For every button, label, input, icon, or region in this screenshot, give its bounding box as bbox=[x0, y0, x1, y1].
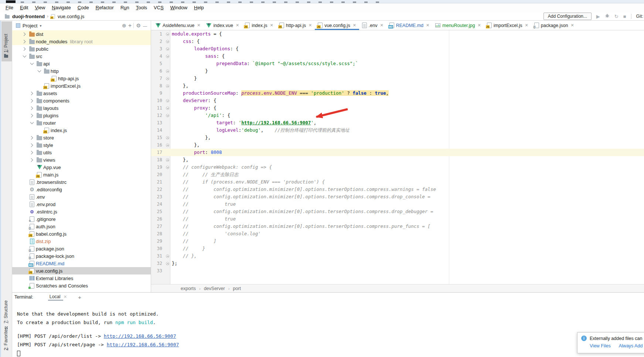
tree-item-src[interactable]: src bbox=[12, 53, 151, 60]
code-line-24[interactable]: 24 // true bbox=[151, 201, 644, 208]
run-icon[interactable]: ▶ bbox=[596, 14, 600, 19]
code-line-9[interactable]: 9 productionSourceMap: process.env.NODE_… bbox=[151, 90, 644, 97]
close-icon[interactable]: ✕ bbox=[426, 23, 429, 28]
add-configuration-button[interactable]: Add Configuration... bbox=[544, 13, 592, 20]
notification-action-view-files[interactable]: View Files bbox=[590, 343, 611, 348]
editor-tab-.env[interactable]: .env✕ bbox=[359, 21, 386, 30]
tree-chevron-icon[interactable] bbox=[28, 107, 35, 110]
fold-marker[interactable] bbox=[164, 33, 171, 36]
chevron-down-icon[interactable]: ▾ bbox=[40, 24, 41, 28]
menu-item-vcs[interactable]: VCS bbox=[150, 3, 167, 12]
menu-item-navigate[interactable]: Navigate bbox=[48, 3, 74, 12]
tree-chevron-icon[interactable] bbox=[28, 144, 35, 146]
notification-action-always-add[interactable]: Always Add bbox=[619, 343, 643, 348]
tree-item-.env.prod[interactable]: .env.prod bbox=[12, 201, 151, 208]
code-line-17[interactable]: 17 port: 8008 bbox=[151, 149, 644, 156]
fold-marker[interactable] bbox=[164, 107, 171, 110]
fold-marker[interactable] bbox=[164, 136, 171, 139]
tree-item-http-api.js[interactable]: JShttp-api.js bbox=[12, 75, 151, 82]
menu-item-file[interactable]: File bbox=[2, 3, 17, 12]
code-line-8[interactable]: 8 }, bbox=[151, 82, 644, 90]
stripe-tab-structure[interactable]: 7: Structure bbox=[3, 300, 8, 323]
editor-area[interactable]: AsideMenu.vue✕index.vue✕JSindex.js✕JShtt… bbox=[151, 21, 644, 292]
close-icon[interactable]: ✕ bbox=[353, 23, 356, 28]
stop-icon[interactable]: ■ bbox=[623, 14, 626, 19]
tree-item-views[interactable]: views bbox=[12, 156, 151, 164]
tree-item-main.js[interactable]: JSmain.js bbox=[12, 171, 151, 178]
terminal-tab-local[interactable]: Local ✕ bbox=[48, 294, 69, 300]
code-line-14[interactable]: 14 logLevel:'debug', //控制台终端打印代理前的真实地址 bbox=[151, 127, 644, 134]
code-line-2[interactable]: 2 css: { bbox=[151, 38, 644, 45]
tree-item-babel.config.js[interactable]: JSbabel.config.js bbox=[12, 230, 151, 238]
fold-marker[interactable] bbox=[164, 255, 171, 258]
close-icon[interactable]: ✕ bbox=[64, 294, 67, 299]
tree-item-assets[interactable]: assets bbox=[12, 90, 151, 97]
fold-marker[interactable] bbox=[164, 166, 171, 169]
editor-breadcrumb-exports[interactable]: exports bbox=[181, 286, 196, 291]
editor-tab-package.json[interactable]: {}package.json✕ bbox=[531, 21, 577, 30]
code-line-15[interactable]: 15 }, bbox=[151, 134, 644, 141]
code-line-7[interactable]: 7 } bbox=[151, 75, 644, 82]
code-line-18[interactable]: 18 }, bbox=[151, 156, 644, 164]
tree-chevron-icon[interactable] bbox=[21, 56, 28, 57]
close-icon[interactable]: ✕ bbox=[309, 23, 312, 28]
tree-item-store[interactable]: store bbox=[12, 134, 151, 141]
terminal-url-link[interactable]: http://192.168.66.56:9007 bbox=[107, 342, 179, 347]
close-icon[interactable]: ✕ bbox=[236, 23, 239, 28]
code-line-29[interactable]: 29 // ] bbox=[151, 238, 644, 245]
tree-item-components[interactable]: components bbox=[12, 97, 151, 104]
editor-tab-importexcel.js[interactable]: JSimportExcel.js✕ bbox=[484, 21, 531, 30]
code-line-22[interactable]: 22 // config.optimization.minimizer[0].o… bbox=[151, 186, 644, 193]
code-line-31[interactable]: 31 // }, bbox=[151, 252, 644, 260]
menu-item-edit[interactable]: Edit bbox=[17, 3, 31, 12]
fold-marker[interactable] bbox=[164, 99, 171, 102]
tree-item-utils[interactable]: utils bbox=[12, 149, 151, 156]
tree-item-public[interactable]: public bbox=[12, 45, 151, 53]
code-line-25[interactable]: 25 // config.optimization.minimizer[0].o… bbox=[151, 208, 644, 215]
editor-tab-menurouter.jpg[interactable]: menuRouter.jpg✕ bbox=[432, 21, 484, 30]
stripe-tab-project[interactable]: 1: Project bbox=[3, 34, 8, 53]
tree-item-importexcel.js[interactable]: JSimportExcel.js bbox=[12, 82, 151, 90]
tree-item-node-modules[interactable]: node_moduleslibrary root bbox=[12, 38, 151, 45]
fold-marker[interactable] bbox=[164, 55, 171, 58]
project-panel-title[interactable]: Project bbox=[23, 23, 37, 28]
tree-item-plugins[interactable]: plugins bbox=[12, 112, 151, 119]
tree-item-dist.zip[interactable]: dist.zip bbox=[12, 238, 151, 245]
tree-item-http[interactable]: http bbox=[12, 67, 151, 75]
code-line-4[interactable]: 4 sass: { bbox=[151, 53, 644, 60]
code-line-32[interactable]: 32}; bbox=[151, 260, 644, 267]
menu-item-run[interactable]: Run bbox=[117, 3, 133, 12]
close-icon[interactable]: ✕ bbox=[525, 23, 528, 28]
tree-chevron-icon[interactable] bbox=[28, 100, 35, 102]
code-line-16[interactable]: 16 }, bbox=[151, 141, 644, 149]
tree-item-index.js[interactable]: JSindex.js bbox=[12, 127, 151, 134]
fold-marker[interactable] bbox=[164, 144, 171, 147]
editor-tab-http-api.js[interactable]: JShttp-api.js✕ bbox=[276, 21, 315, 30]
editor-tab-readme.md[interactable]: MDREADME.md✕ bbox=[386, 21, 433, 30]
code-line-12[interactable]: 12 '/api': { bbox=[151, 112, 644, 119]
editor-tab-index.js[interactable]: JSindex.js✕ bbox=[242, 21, 276, 30]
editor-breadcrumb-port[interactable]: port bbox=[233, 286, 241, 291]
tree-item-layouts[interactable]: layouts bbox=[12, 104, 151, 112]
tree-item-.browserslistrc[interactable]: .browserslistrc bbox=[12, 178, 151, 186]
tree-chevron-icon[interactable] bbox=[28, 137, 35, 139]
tree-item-.editorconfig[interactable]: ⚙.editorconfig bbox=[12, 186, 151, 193]
breadcrumb-file[interactable]: vue.config.js bbox=[58, 14, 84, 19]
tree-chevron-icon[interactable] bbox=[28, 92, 35, 95]
fold-marker[interactable] bbox=[164, 262, 171, 265]
code-line-30[interactable]: 30 // } bbox=[151, 245, 644, 252]
tree-item-style[interactable]: style bbox=[12, 141, 151, 149]
editor-tab-asidemenu.vue[interactable]: AsideMenu.vue✕ bbox=[153, 21, 203, 30]
code-line-10[interactable]: 10 devServer: { bbox=[151, 97, 644, 104]
code-line-11[interactable]: 11 proxy: { bbox=[151, 104, 644, 112]
tree-chevron-icon[interactable] bbox=[28, 159, 35, 161]
new-terminal-icon[interactable]: + bbox=[78, 294, 81, 300]
editor-tab-vue.config.js[interactable]: JSvue.config.js✕ bbox=[315, 21, 359, 30]
menu-item-view[interactable]: View bbox=[31, 3, 48, 12]
code-line-3[interactable]: 3 loaderOptions: { bbox=[151, 45, 644, 53]
fold-marker[interactable] bbox=[164, 84, 171, 88]
fold-marker[interactable] bbox=[164, 77, 171, 80]
gear-icon[interactable] bbox=[136, 23, 141, 28]
terminal-url-link[interactable]: http://192.168.66.56:9007 bbox=[104, 333, 176, 339]
tree-item-scratches-and-consoles[interactable]: Scratches and Consoles bbox=[12, 282, 151, 289]
